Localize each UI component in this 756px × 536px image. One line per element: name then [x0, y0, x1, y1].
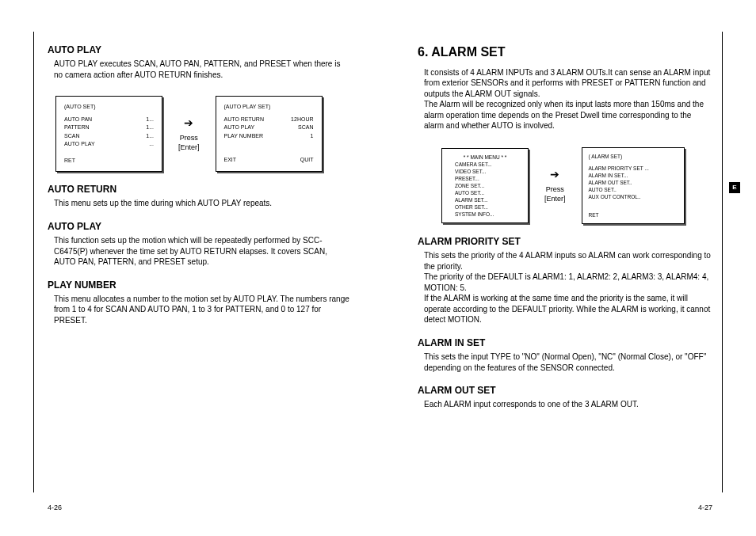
heading-alarm-set: 6. ALARM SET	[418, 44, 712, 61]
menu-item: AUTO SET..	[589, 186, 678, 193]
screen-row: PLAY NUMBER1	[224, 132, 314, 141]
screen-row: PATTERN1...	[64, 124, 154, 132]
menu-item: SYSTEM INFO...	[449, 211, 521, 218]
body-auto-play-2: This function sets up the motion which w…	[48, 235, 350, 268]
screen-main-menu: * * MAIN MENU * * CAMERA SET... VIDEO SE…	[441, 148, 529, 224]
arrow-label-2: [Enter]	[544, 194, 566, 203]
body-alarm-out: Each ALARM input corresponds to one of t…	[418, 399, 712, 410]
menu-item: ALARM OUT SET..	[589, 179, 678, 186]
heading-auto-play-2: AUTO PLAY	[48, 220, 350, 233]
screen-footer: RET	[589, 211, 678, 219]
body-play-number: This menu allocates a number to the moti…	[48, 294, 350, 326]
page-number-right: 4-27	[698, 503, 712, 512]
arrow-block: ➔ Press [Enter]	[544, 167, 566, 203]
heading-alarm-in: ALARM IN SET	[418, 336, 712, 349]
left-page: AUTO PLAY AUTO PLAY executes SCAN, AUTO …	[0, 0, 378, 536]
menu-item: PRESET...	[449, 175, 521, 182]
body-auto-return: This menu sets up the time during which …	[48, 198, 350, 209]
screen-footer: RET	[64, 157, 154, 165]
page-number-left: 4-26	[48, 503, 62, 512]
body-alarm-in: This sets the input TYPE to "NO" (Normal…	[418, 352, 712, 373]
arrow-right-icon: ➔	[544, 167, 566, 182]
screen-alarm-set: ( ALARM SET) ALARM PRIORITY SET ... ALAR…	[582, 147, 685, 225]
menu-item: VIDEO SET...	[449, 168, 521, 175]
screen-row: SCAN1...	[64, 132, 154, 141]
screen-row: AUTO RETURN12HOUR	[224, 116, 314, 124]
screen-title: * * MAIN MENU * *	[449, 154, 521, 161]
menu-item: AUX OUT CONTROL..	[589, 193, 678, 200]
screen-row: AUTO PLAYSCAN	[224, 124, 314, 132]
heading-auto-return: AUTO RETURN	[48, 183, 350, 196]
arrow-block: ➔ Press [Enter]	[178, 116, 200, 152]
screen-title: (AUTO SET)	[64, 103, 154, 112]
arrow-label-1: Press	[178, 133, 200, 143]
section-tab-e: E	[729, 182, 740, 193]
heading-alarm-out: ALARM OUT SET	[418, 384, 712, 397]
menu-item: ZONE SET...	[449, 182, 521, 189]
body-auto-play-1: AUTO PLAY executes SCAN, AUTO PAN, PATTE…	[48, 59, 350, 80]
screen-title: ( ALARM SET)	[589, 153, 678, 160]
screen-row: AUTO PAN1...	[64, 116, 154, 124]
menu-item: ALARM IN SET...	[589, 172, 678, 179]
screen-row: AUTO PLAY...	[64, 140, 154, 149]
right-page: 6. ALARM SET It consists of 4 ALARM INPU…	[378, 0, 756, 536]
menu-item: AUTO SET...	[449, 189, 521, 196]
screens-row-right: * * MAIN MENU * * CAMERA SET... VIDEO SE…	[441, 147, 712, 225]
menu-item: ALARM SET...	[449, 196, 521, 203]
body-alarm-priority: This sets the priority of the 4 ALARM in…	[418, 250, 712, 325]
heading-alarm-priority: ALARM PRIORITY SET	[418, 235, 712, 248]
body-alarm-intro: It consists of 4 ALARM INPUTs and 3 ALAR…	[418, 67, 712, 131]
screen-title: (AUTO PLAY SET)	[224, 103, 314, 112]
arrow-label-1: Press	[544, 184, 566, 194]
screen-auto-play-set: (AUTO PLAY SET) AUTO RETURN12HOUR AUTO P…	[216, 96, 323, 172]
screens-row-left: (AUTO SET) AUTO PAN1... PATTERN1... SCAN…	[55, 96, 350, 172]
page-spread: AUTO PLAY AUTO PLAY executes SCAN, AUTO …	[0, 0, 756, 536]
heading-play-number: PLAY NUMBER	[48, 279, 350, 291]
arrow-label-2: [Enter]	[178, 143, 200, 152]
menu-item: OTHER SET...	[449, 203, 521, 211]
screen-footer: EXITQUIT	[224, 156, 314, 165]
menu-item: ALARM PRIORITY SET ...	[589, 165, 678, 172]
rule-left	[33, 32, 34, 492]
rule-right	[722, 32, 723, 492]
screen-auto-set: (AUTO SET) AUTO PAN1... PATTERN1... SCAN…	[55, 96, 162, 172]
heading-auto-play-1: AUTO PLAY	[48, 44, 350, 56]
menu-item: CAMERA SET...	[449, 161, 521, 168]
arrow-right-icon: ➔	[178, 116, 200, 131]
